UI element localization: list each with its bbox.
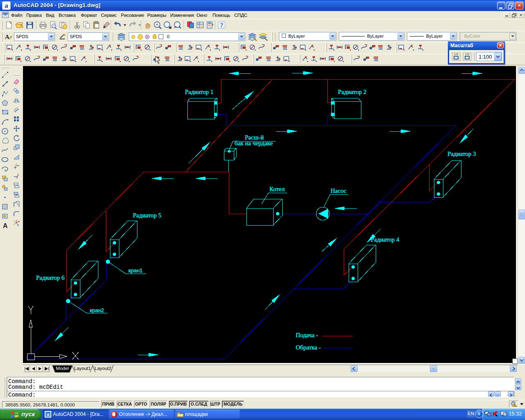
svg-text:бак на чердаке: бак на чердаке <box>235 140 273 146</box>
svg-text:Радиатор 3: Радиатор 3 <box>447 151 476 157</box>
svg-text:Насос: Насос <box>331 187 347 194</box>
svg-text:!: ! <box>514 404 515 407</box>
svg-text:кран1: кран1 <box>128 267 143 274</box>
svg-text:A: A <box>5 34 9 40</box>
svg-text:Радиатор 6: Радиатор 6 <box>36 274 65 281</box>
svg-text:Обратка -: Обратка - <box>296 344 321 351</box>
svg-text:Радиатор 1: Радиатор 1 <box>185 89 214 95</box>
svg-text:Радиатор 5: Радиатор 5 <box>133 212 162 219</box>
svg-text:Подача -: Подача - <box>296 332 318 338</box>
svg-text:Радиатор 2: Радиатор 2 <box>338 89 367 95</box>
svg-text:A: A <box>3 222 8 229</box>
svg-text:?: ? <box>220 22 223 28</box>
svg-text:кран2: кран2 <box>90 307 104 313</box>
svg-text:Радиатор 4: Радиатор 4 <box>371 236 399 243</box>
svg-text:Котел: Котел <box>269 186 285 192</box>
